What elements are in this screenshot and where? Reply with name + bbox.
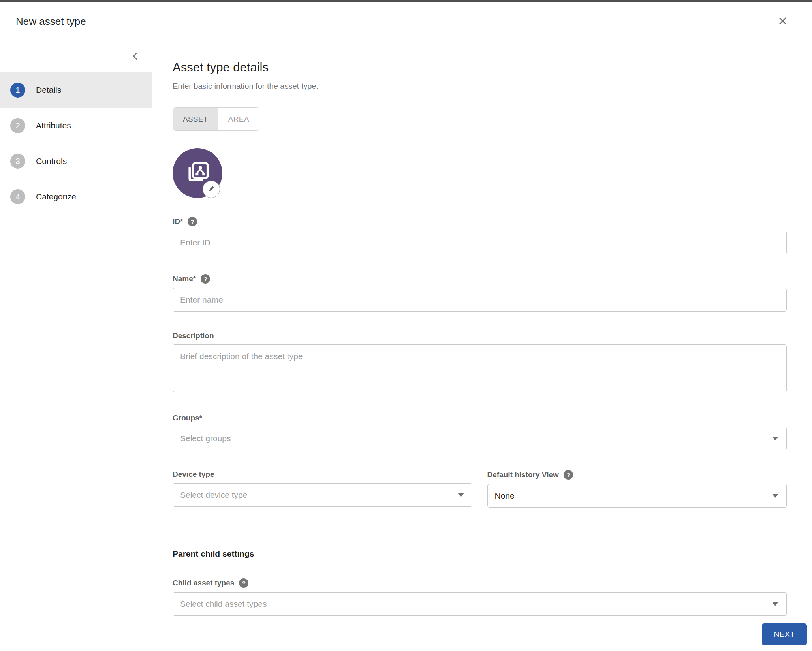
- step-controls[interactable]: 3 Controls: [0, 143, 152, 179]
- default-history-view-value: None: [495, 491, 515, 500]
- modal-header: New asset type: [0, 2, 812, 41]
- caret-down-icon: [772, 602, 778, 606]
- page-title: Asset type details: [173, 60, 787, 75]
- sidebar-collapse-row: [0, 41, 152, 72]
- step-number-badge: 3: [10, 154, 25, 169]
- default-history-view-label: Default history View: [487, 470, 559, 479]
- description-textarea[interactable]: [173, 344, 787, 392]
- default-history-view-select[interactable]: None: [487, 484, 787, 508]
- step-number-badge: 1: [10, 83, 25, 98]
- field-child-asset-types: Child asset types ? Select child asset t…: [173, 578, 787, 616]
- edit-avatar-button[interactable]: [203, 181, 220, 198]
- device-type-label: Device type: [173, 470, 214, 479]
- step-attributes[interactable]: 2 Attributes: [0, 108, 152, 143]
- help-icon[interactable]: ?: [564, 470, 573, 480]
- child-asset-types-select[interactable]: Select child asset types: [173, 592, 787, 616]
- name-label: Name*: [173, 275, 196, 283]
- field-name: Name* ?: [173, 274, 787, 312]
- description-label: Description: [173, 331, 214, 340]
- field-id: ID* ?: [173, 217, 787, 254]
- new-asset-type-modal: New asset type: [0, 0, 812, 651]
- asset-area-toggle: ASSET AREA: [173, 107, 259, 131]
- asset-type-avatar: [173, 148, 222, 198]
- modal-body: 1 Details 2 Attributes 3 Controls 4 Cate…: [0, 41, 812, 617]
- caret-down-icon: [458, 493, 464, 497]
- step-number-badge: 4: [10, 189, 25, 204]
- caret-down-icon: [772, 494, 778, 498]
- child-asset-types-label: Child asset types: [173, 579, 234, 587]
- wizard-steps: 1 Details 2 Attributes 3 Controls 4 Cate…: [0, 72, 152, 214]
- help-icon[interactable]: ?: [201, 274, 210, 284]
- id-input[interactable]: [173, 231, 787, 254]
- field-row-device-history: Device type Select device type Default h…: [173, 470, 787, 508]
- field-device-type: Device type Select device type: [173, 470, 472, 508]
- modal-title: New asset type: [16, 15, 86, 28]
- caret-down-icon: [772, 437, 778, 440]
- step-label: Controls: [36, 156, 67, 166]
- close-button[interactable]: [774, 13, 791, 30]
- groups-select-placeholder: Select groups: [180, 434, 231, 443]
- step-label: Details: [36, 85, 61, 95]
- step-details[interactable]: 1 Details: [0, 72, 152, 108]
- step-label: Categorize: [36, 192, 76, 201]
- device-type-select-placeholder: Select device type: [180, 490, 247, 500]
- section-divider: [173, 527, 787, 527]
- next-button[interactable]: NEXT: [762, 623, 807, 645]
- chevron-left-icon: [131, 51, 140, 62]
- parent-child-settings-heading: Parent child settings: [173, 549, 787, 559]
- collapse-sidebar-button[interactable]: [131, 51, 140, 62]
- pencil-icon: [207, 184, 216, 194]
- details-form-panel: Asset type details Enter basic informati…: [152, 41, 812, 617]
- device-type-select[interactable]: Select device type: [173, 483, 472, 507]
- field-groups: Groups* Select groups: [173, 414, 787, 450]
- name-input[interactable]: [173, 288, 787, 312]
- close-icon: [777, 15, 788, 28]
- step-categorize[interactable]: 4 Categorize: [0, 179, 152, 214]
- groups-select[interactable]: Select groups: [173, 427, 787, 450]
- toggle-asset-button[interactable]: ASSET: [173, 108, 218, 130]
- step-label: Attributes: [36, 121, 71, 130]
- page-subtitle: Enter basic information for the asset ty…: [173, 82, 787, 91]
- help-icon[interactable]: ?: [239, 578, 248, 588]
- wizard-sidebar: 1 Details 2 Attributes 3 Controls 4 Cate…: [0, 41, 152, 617]
- toggle-area-button[interactable]: AREA: [218, 108, 259, 130]
- id-label: ID*: [173, 217, 183, 226]
- help-icon[interactable]: ?: [188, 217, 197, 226]
- field-default-history-view: Default history View ? None: [487, 470, 787, 508]
- field-description: Description: [173, 331, 787, 394]
- groups-label: Groups*: [173, 414, 202, 422]
- child-asset-types-select-placeholder: Select child asset types: [180, 599, 267, 609]
- step-number-badge: 2: [10, 118, 25, 133]
- modal-footer: NEXT: [0, 617, 812, 651]
